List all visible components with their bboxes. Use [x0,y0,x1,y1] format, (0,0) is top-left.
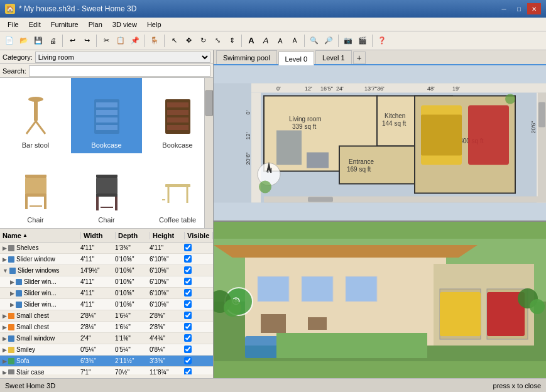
maximize-button[interactable]: □ [512,3,526,14]
td-visible[interactable] [182,346,213,354]
td-visible[interactable] [182,368,213,375]
tab-swimming-pool[interactable]: Swimming pool [216,50,277,64]
td-width: 6'3¾" [78,357,112,364]
furniture-item-chair-dark[interactable]: Chair [71,153,142,229]
td-visible[interactable] [182,278,213,286]
table-row[interactable]: ▶ Slider window 4'11" 0'10⅝" 6'10⅝" [0,254,213,265]
td-visible[interactable] [182,357,213,366]
table-row[interactable]: ▶ Small chest 2'8¼" 1'6¼" 2'8⅝" [0,310,213,322]
help-button[interactable]: ❓ [375,34,389,48]
td-width: 2'8¼" [78,324,112,330]
menu-item-plan[interactable]: Plan [84,19,107,30]
td-name: ▶ Slider win... [0,278,78,285]
td-width: 4'11" [78,290,112,297]
add-furniture-button[interactable]: 🪑 [148,34,161,48]
zoom-out-button[interactable]: 🔎 [322,34,336,48]
td-height: 6'10⅝" [147,267,182,274]
td-visible[interactable] [182,255,213,264]
menu-item-3dview[interactable]: 3D view [107,19,142,30]
search-input[interactable] [29,65,210,77]
table-row[interactable]: ▶ Slider win... 4'11" 0'10⅝" 6'10⅝" [0,276,213,288]
furniture-item-chair-plain[interactable]: Chair [0,153,71,229]
undo-button[interactable]: ↩ [65,34,79,48]
td-name: ▶ Slider win... [0,301,78,308]
furniture-item-bookcase-brown[interactable]: Bookcase [142,78,213,153]
td-visible[interactable] [182,300,213,309]
move-button[interactable]: ✥ [182,34,195,48]
zoom-in-button[interactable]: 🔍 [307,34,321,48]
status-left: Sweet Home 3D [5,382,55,389]
table-row[interactable]: ▼ Slider windows 14'9½" 0'10⅝" 6'10⅝" [0,265,213,276]
tab-add-button[interactable]: + [353,52,366,64]
text-button[interactable]: A [244,34,258,48]
video-button[interactable]: 🎬 [356,34,369,48]
th-height[interactable]: Height [150,232,185,239]
td-visible[interactable] [182,323,213,332]
td-visible[interactable] [182,289,213,298]
menu-item-edit[interactable]: Edit [24,19,46,30]
tab-level-1[interactable]: Level 1 [315,50,351,64]
menu-item-file[interactable]: File [3,19,24,30]
menu-item-help[interactable]: Help [142,19,167,30]
svg-text:339 sq ft: 339 sq ft [292,123,317,130]
th-name[interactable]: Name ▲ [0,232,81,239]
table-row[interactable]: ▶ Sofa 6'3¾" 2'11½" 3'3⅜" [0,356,213,367]
th-depth[interactable]: Depth [116,232,150,239]
furniture-thumb-coffee-table [159,170,197,214]
toolbar-separator-1 [62,35,63,47]
floorplan-2d[interactable]: 0' 12' 24' 36' 48' 16'5" 13'7" 19' 0' 12… [214,65,546,222]
toolbar-separator-3 [145,35,145,47]
table-row[interactable]: ▶ Small window 2'4" 1'1⅜" 4'4¾" [0,333,213,344]
table-row[interactable]: ▶ Small chest 2'8¼" 1'6¼" 2'8⅝" [0,322,213,333]
tab-level-0[interactable]: Level 0 [278,52,314,65]
svg-text:Entrance: Entrance [349,158,374,165]
th-width[interactable]: Width [81,232,116,239]
close-button[interactable]: ✕ [527,3,541,14]
table-row[interactable]: ▶ Slider win... 4'11" 0'10⅝" 6'10⅝" [0,299,213,310]
svg-text:0': 0' [245,110,251,114]
redo-button[interactable]: ↪ [80,34,94,48]
text3-button[interactable]: A [273,34,287,48]
td-height: 2'8⅝" [147,324,182,330]
new-button[interactable]: 📄 [3,34,16,48]
minimize-button[interactable]: ─ [497,3,511,14]
td-height: 6'10⅝" [147,278,182,285]
td-visible[interactable] [182,334,213,343]
table-row[interactable]: ▶ Shelves 4'11" 1'3¾" 4'11" [0,242,213,254]
table-row[interactable]: ▶ Slider win... 4'11" 0'10⅝" 6'10⅝" [0,288,213,299]
paste-button[interactable]: 📌 [128,34,142,48]
screenshot-button[interactable]: 📷 [341,34,355,48]
svg-text:169 sq ft: 169 sq ft [347,166,371,173]
td-visible[interactable] [182,244,213,253]
furniture-item-barstool[interactable]: Bar stool [0,78,71,153]
td-depth: 1'3¾" [112,244,147,251]
copy-button[interactable]: 📋 [114,34,128,48]
table-body[interactable]: ▶ Shelves 4'11" 1'3¾" 4'11" ▶ Slider win… [0,242,213,374]
toolbar-separator-7 [338,35,339,47]
furniture-label-chair-dark: Chair [98,216,114,224]
text2-button[interactable]: A [259,34,273,48]
td-visible[interactable] [182,312,213,320]
table-row[interactable]: ▶ Smiley 0'5¼" 0'5¼" 0'8¼" [0,344,213,356]
furniture-item-bookcase-blue[interactable]: Bookcase [71,78,142,153]
table-row[interactable]: ▶ Stair case 7'1" 70½" 11'8¾" [0,367,213,374]
cut-button[interactable]: ✂ [99,34,113,48]
open-button[interactable]: 📂 [17,34,31,48]
floorplan-3d[interactable]: ⊕ [214,222,546,378]
text4-button[interactable]: A [288,34,302,48]
furniture-item-coffee-table[interactable]: Coffee table [142,153,213,229]
save-button[interactable]: 💾 [31,34,45,48]
elevate-button[interactable]: ⇕ [225,34,239,48]
td-height: 6'10⅝" [147,256,182,263]
td-visible[interactable] [182,266,213,275]
pointer-button[interactable]: ↖ [167,34,181,48]
furniture-grid: Bar stool Bookcase [0,78,213,229]
rotate-button[interactable]: ↻ [196,34,210,48]
category-select[interactable]: Living room Bedroom Kitchen Bathroom [35,52,210,63]
menu-item-furniture[interactable]: Furniture [46,19,84,30]
th-visible[interactable]: Visible [185,232,213,239]
grid-scrollbar[interactable] [204,78,213,228]
category-row: Category: Living room Bedroom Kitchen Ba… [0,50,213,64]
resize-button[interactable]: ⤡ [210,34,224,48]
print-button[interactable]: 🖨 [46,34,60,48]
